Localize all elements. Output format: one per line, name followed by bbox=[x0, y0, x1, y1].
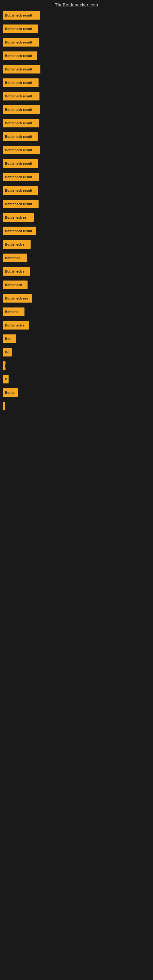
bottleneck-bar: Bottleneck result bbox=[3, 38, 39, 46]
bar-label: Bottleneck r bbox=[5, 269, 24, 273]
bar-label: Bottleneck bbox=[5, 283, 22, 286]
bar-row: Bottleneck result bbox=[3, 103, 150, 116]
bottleneck-bar: Bottlene bbox=[3, 307, 24, 316]
bottleneck-bar: Bottleneck result bbox=[3, 51, 37, 60]
bar-row: Bottleneck result bbox=[3, 130, 150, 143]
bar-label: Bott bbox=[5, 337, 12, 340]
bar-row: Bottleneck result bbox=[3, 170, 150, 184]
bar-row: Bottleneck result bbox=[3, 184, 150, 197]
bar-row: | bbox=[3, 399, 150, 413]
bottleneck-bar: Bottleneck result bbox=[3, 200, 38, 208]
bar-label: Bottleneck result bbox=[5, 81, 32, 84]
bar-row: Bottlenec bbox=[3, 251, 150, 265]
bar-row: Bottleneck result bbox=[3, 9, 150, 22]
bottleneck-bar: Bottleneck result bbox=[3, 119, 39, 127]
bar-label: Bottleneck res bbox=[5, 296, 28, 300]
bar-label: Bottlene bbox=[5, 310, 18, 313]
bar-label: Bottleneck r bbox=[5, 323, 24, 327]
bottleneck-bar: Bottleneck result bbox=[3, 92, 40, 100]
bottleneck-bar: | bbox=[3, 402, 5, 410]
bar-row: Bottle bbox=[3, 386, 150, 399]
bar-label: B bbox=[5, 377, 7, 381]
bar-row: Bottleneck result bbox=[3, 49, 150, 62]
bar-label: Bottleneck result bbox=[5, 94, 32, 98]
bar-row: Bottleneck result bbox=[3, 76, 150, 89]
bar-label: Bottleneck result bbox=[5, 40, 32, 44]
bottleneck-bar: Bott bbox=[3, 334, 16, 343]
bar-label: Bottleneck result bbox=[5, 175, 32, 179]
bar-row: Bottleneck result bbox=[3, 224, 150, 238]
bar-label: Bottleneck result bbox=[5, 67, 32, 71]
bottleneck-bar: Bottleneck r bbox=[3, 321, 29, 329]
bar-row: Bottleneck result bbox=[3, 116, 150, 130]
bar-row: Bottleneck result bbox=[3, 35, 150, 49]
bar-row: Bottleneck r bbox=[3, 318, 150, 332]
bar-label: Bottleneck re bbox=[5, 216, 26, 219]
chart-area: Bottleneck resultBottleneck resultBottle… bbox=[0, 9, 153, 413]
bar-label: Bottleneck result bbox=[5, 189, 32, 192]
bar-row: Bottleneck result bbox=[3, 197, 150, 211]
bar-label: Bottleneck result bbox=[5, 108, 32, 111]
site-title: TheBottlenecker.com bbox=[0, 0, 153, 9]
bottleneck-bar: Bottleneck result bbox=[3, 146, 40, 154]
bar-label: Bo bbox=[5, 350, 10, 354]
bottleneck-bar: Bottleneck r bbox=[3, 240, 30, 249]
bar-row: Bott bbox=[3, 332, 150, 345]
bar-row: Bottleneck bbox=[3, 278, 150, 291]
bar-row: Bottleneck result bbox=[3, 157, 150, 170]
bottleneck-bar: Bottlenec bbox=[3, 254, 27, 262]
bar-label: Bottle bbox=[5, 391, 14, 395]
bottleneck-bar: Bottleneck result bbox=[3, 186, 38, 195]
bottleneck-bar: Bo bbox=[3, 348, 12, 356]
bar-label: Bottleneck result bbox=[5, 27, 32, 30]
bar-label: Bottleneck r bbox=[5, 243, 24, 246]
bar-row: Bo bbox=[3, 345, 150, 359]
bar-label: | bbox=[5, 364, 5, 368]
bottleneck-bar: Bottleneck bbox=[3, 280, 27, 289]
bar-row: Bottleneck result bbox=[3, 143, 150, 157]
bar-row: Bottleneck result bbox=[3, 89, 150, 103]
bar-row: B bbox=[3, 372, 150, 386]
bottleneck-bar: Bottleneck result bbox=[3, 11, 40, 20]
bar-row: Bottleneck res bbox=[3, 291, 150, 305]
bottleneck-bar: Bottleneck result bbox=[3, 65, 40, 73]
bar-label: Bottleneck result bbox=[5, 13, 32, 17]
bottleneck-bar: Bottleneck res bbox=[3, 294, 32, 302]
bottleneck-bar: Bottleneck result bbox=[3, 173, 39, 181]
bar-label: Bottlenec bbox=[5, 256, 20, 260]
bottleneck-bar: Bottle bbox=[3, 388, 18, 397]
bar-label: Bottleneck result bbox=[5, 54, 32, 57]
bar-label: Bottleneck result bbox=[5, 135, 32, 138]
bottleneck-bar: Bottleneck result bbox=[3, 24, 38, 33]
bottleneck-bar: Bottleneck result bbox=[3, 227, 36, 235]
bottleneck-bar: Bottleneck r bbox=[3, 267, 30, 275]
bar-label: Bottleneck result bbox=[5, 229, 32, 233]
bar-label: Bottleneck result bbox=[5, 162, 32, 165]
bar-row: Bottlene bbox=[3, 305, 150, 318]
bar-label: Bottleneck result bbox=[5, 202, 32, 206]
bar-row: | bbox=[3, 359, 150, 372]
bar-label: Bottleneck result bbox=[5, 121, 32, 125]
bar-row: Bottleneck result bbox=[3, 62, 150, 76]
bottleneck-bar: Bottleneck re bbox=[3, 213, 33, 222]
bar-label: Bottleneck result bbox=[5, 148, 32, 152]
bar-row: Bottleneck result bbox=[3, 22, 150, 35]
bottleneck-bar: Bottleneck result bbox=[3, 105, 40, 114]
bottleneck-bar: B bbox=[3, 375, 9, 383]
bar-row: Bottleneck re bbox=[3, 211, 150, 224]
bottleneck-bar: Bottleneck result bbox=[3, 132, 38, 141]
bar-row: Bottleneck r bbox=[3, 265, 150, 278]
bottleneck-bar: Bottleneck result bbox=[3, 159, 38, 168]
bottleneck-bar: Bottleneck result bbox=[3, 78, 38, 87]
bar-row: Bottleneck r bbox=[3, 238, 150, 251]
bottleneck-bar: | bbox=[3, 361, 5, 370]
